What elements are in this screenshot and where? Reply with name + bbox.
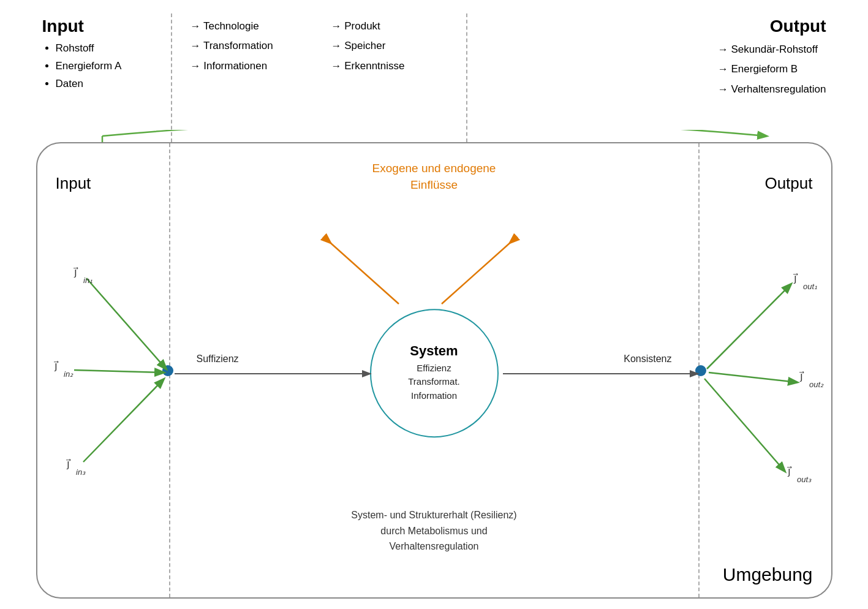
top-middle-right: → Produkt → Speicher → Erkenntnisse: [319, 10, 466, 145]
middle-left-item-1: → Technologie: [191, 17, 313, 36]
top-output-list: → Sekundär-Rohstoff → Energieform B → Ve…: [718, 40, 826, 99]
suffizienz-label: Suffizienz: [197, 354, 239, 365]
j-out2-sub: out₂: [809, 380, 824, 389]
j-in2-sub: in₂: [64, 369, 74, 379]
top-output-section: Output → Sekundär-Rohstoff → Energieform…: [467, 10, 832, 145]
j-out2-label: j⃗: [799, 370, 804, 382]
input-item-2: Energieform A: [56, 58, 165, 75]
top-input-title: Input: [42, 17, 165, 36]
page-container: Input Rohstoff Energieform A Daten → Tec…: [36, 10, 832, 599]
diagram-box: Input Output Umgebung Exogene und endoge…: [36, 142, 832, 599]
diagram-input-label: Input: [56, 174, 91, 193]
input-item-3: Daten: [56, 75, 165, 93]
diagram-output-label: Output: [764, 174, 812, 193]
j-out3-label: j⃗: [787, 465, 792, 477]
system-sub: Effizienz Transformat. Information: [408, 361, 459, 403]
orange-arrow-left: [330, 243, 399, 304]
j-in1-arrow: [86, 278, 166, 369]
j-out1-arrow: [707, 284, 791, 369]
top-section: Input Rohstoff Energieform A Daten → Tec…: [36, 10, 832, 145]
j-in3-arrow: [83, 379, 164, 462]
orange-arrow-right: [442, 243, 510, 304]
top-middle-left: → Technologie → Transformation → Informa…: [172, 10, 319, 145]
diagram-umgebung-label: Umgebung: [723, 564, 813, 585]
node-left: [162, 365, 173, 376]
top-input-section: Input Rohstoff Energieform A Daten: [36, 10, 171, 145]
j-out1-label: j⃗: [793, 272, 798, 284]
exogene-label: Exogene und endogene Einflüsse: [372, 161, 496, 193]
j-in2-label: j⃗: [54, 360, 59, 371]
j-in1-label: j⃗: [74, 266, 78, 278]
system-circle: System Effizienz Transformat. Informatio…: [370, 309, 499, 437]
middle-right-item-2: → Speicher: [331, 36, 460, 56]
j-in2-arrow: [74, 370, 164, 373]
resilienz-label: System- und Strukturerhalt (Resilienz) d…: [351, 507, 516, 554]
middle-right-item-3: → Erkenntnisse: [331, 56, 460, 76]
j-out1-sub: out₁: [803, 282, 817, 291]
j-in3-label: j⃗: [66, 458, 71, 469]
input-item-1: Rohstoff: [56, 40, 165, 58]
output-item-1: → Sekundär-Rohstoff: [718, 40, 826, 59]
middle-left-item-2: → Transformation: [191, 36, 313, 56]
output-item-3: → Verhaltensregulation: [718, 80, 826, 99]
j-out3-sub: out₃: [797, 475, 812, 484]
middle-right-item-1: → Produkt: [331, 17, 460, 36]
top-output-title: Output: [486, 17, 826, 36]
middle-left-item-3: → Informationen: [191, 56, 313, 76]
j-in1-sub: in₁: [83, 276, 92, 285]
node-right: [695, 365, 706, 376]
output-item-2: → Energieform B: [718, 59, 826, 79]
j-out2-arrow: [709, 373, 797, 382]
system-title: System: [410, 343, 458, 359]
j-in3-sub: in₃: [76, 467, 86, 477]
top-input-list: Rohstoff Energieform A Daten: [42, 40, 165, 93]
konsistenz-label: Konsistenz: [624, 354, 671, 365]
j-out3-arrow: [704, 379, 785, 471]
